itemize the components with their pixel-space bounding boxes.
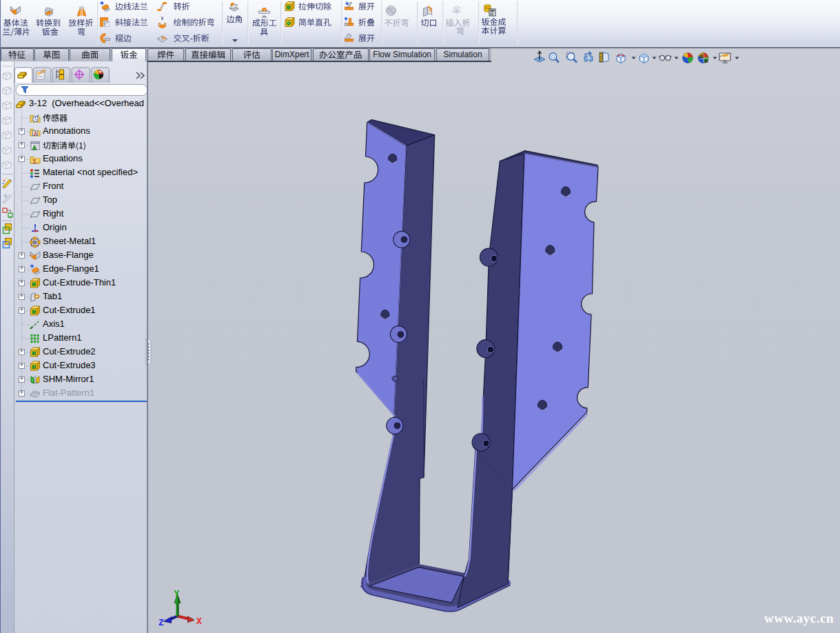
svg-text:A: A <box>34 130 38 137</box>
svg-text:X: X <box>196 616 202 627</box>
svg-text:Z: Z <box>158 618 164 628</box>
svg-text:Σ: Σ <box>33 158 37 165</box>
svg-text:Y: Y <box>174 589 180 599</box>
